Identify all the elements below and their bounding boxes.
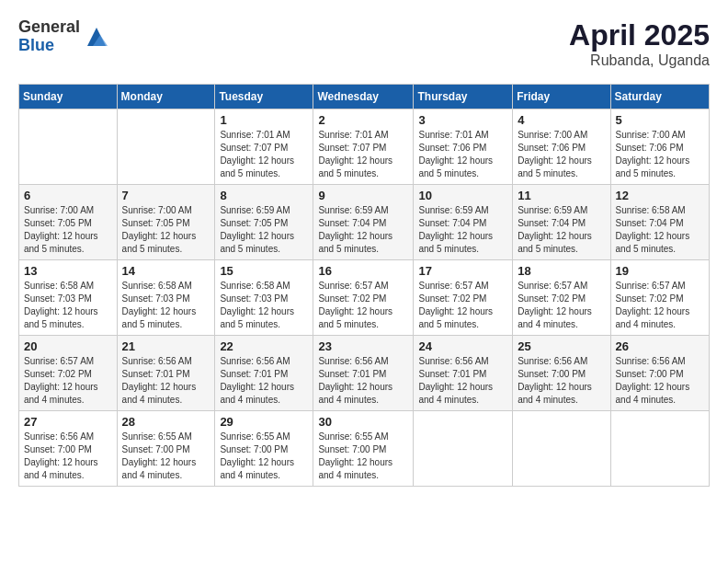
- day-info: Sunrise: 7:00 AM Sunset: 7:06 PM Dayligh…: [616, 129, 704, 180]
- day-info: Sunrise: 6:57 AM Sunset: 7:02 PM Dayligh…: [318, 280, 408, 331]
- day-info: Sunrise: 6:56 AM Sunset: 7:01 PM Dayligh…: [318, 355, 408, 407]
- calendar-cell: 29Sunrise: 6:55 AM Sunset: 7:00 PM Dayli…: [215, 411, 313, 487]
- title-block: April 2025 Rubanda, Uganda: [569, 18, 710, 69]
- calendar-cell: [19, 109, 118, 185]
- day-number: 15: [220, 264, 308, 278]
- day-info: Sunrise: 6:56 AM Sunset: 7:01 PM Dayligh…: [220, 355, 308, 407]
- day-info: Sunrise: 7:01 AM Sunset: 7:07 PM Dayligh…: [318, 129, 408, 180]
- day-info: Sunrise: 6:56 AM Sunset: 7:01 PM Dayligh…: [122, 355, 210, 407]
- calendar-cell: 14Sunrise: 6:58 AM Sunset: 7:03 PM Dayli…: [117, 260, 215, 336]
- day-number: 3: [418, 113, 507, 127]
- calendar-cell: 18Sunrise: 6:57 AM Sunset: 7:02 PM Dayli…: [513, 260, 610, 336]
- calendar-cell: 13Sunrise: 6:58 AM Sunset: 7:03 PM Dayli…: [19, 260, 118, 336]
- day-number: 23: [318, 339, 408, 353]
- calendar-cell: [414, 411, 513, 487]
- calendar-cell: 1Sunrise: 7:01 AM Sunset: 7:07 PM Daylig…: [215, 109, 313, 185]
- logo: General Blue: [18, 18, 109, 55]
- day-number: 5: [616, 113, 704, 127]
- day-info: Sunrise: 6:55 AM Sunset: 7:00 PM Dayligh…: [122, 431, 210, 482]
- day-info: Sunrise: 6:59 AM Sunset: 7:04 PM Dayligh…: [418, 204, 507, 256]
- day-info: Sunrise: 7:00 AM Sunset: 7:06 PM Dayligh…: [518, 129, 605, 180]
- day-info: Sunrise: 6:57 AM Sunset: 7:02 PM Dayligh…: [24, 355, 112, 407]
- day-info: Sunrise: 6:56 AM Sunset: 7:00 PM Dayligh…: [616, 355, 704, 407]
- day-info: Sunrise: 7:01 AM Sunset: 7:06 PM Dayligh…: [418, 129, 507, 180]
- calendar-cell: 16Sunrise: 6:57 AM Sunset: 7:02 PM Dayli…: [313, 260, 414, 336]
- day-number: 4: [518, 113, 605, 127]
- day-number: 22: [220, 339, 308, 353]
- day-number: 6: [24, 189, 112, 202]
- calendar-cell: 6Sunrise: 7:00 AM Sunset: 7:05 PM Daylig…: [19, 185, 118, 260]
- calendar-week-4: 20Sunrise: 6:57 AM Sunset: 7:02 PM Dayli…: [19, 336, 710, 411]
- calendar-header-sunday: Sunday: [19, 85, 118, 109]
- calendar-week-1: 1Sunrise: 7:01 AM Sunset: 7:07 PM Daylig…: [19, 109, 710, 185]
- day-number: 12: [616, 189, 704, 202]
- day-number: 29: [220, 415, 308, 429]
- calendar-header-friday: Friday: [513, 85, 610, 109]
- day-info: Sunrise: 6:56 AM Sunset: 7:00 PM Dayligh…: [24, 431, 112, 482]
- day-info: Sunrise: 6:58 AM Sunset: 7:03 PM Dayligh…: [220, 280, 308, 331]
- calendar-week-2: 6Sunrise: 7:00 AM Sunset: 7:05 PM Daylig…: [19, 185, 710, 260]
- logo-icon: [84, 24, 109, 50]
- day-number: 17: [418, 264, 507, 278]
- calendar-cell: 7Sunrise: 7:00 AM Sunset: 7:05 PM Daylig…: [117, 185, 215, 260]
- calendar-cell: 2Sunrise: 7:01 AM Sunset: 7:07 PM Daylig…: [313, 109, 414, 185]
- calendar-cell: 19Sunrise: 6:57 AM Sunset: 7:02 PM Dayli…: [610, 260, 709, 336]
- page-header: General Blue April 2025 Rubanda, Uganda: [18, 18, 710, 69]
- day-info: Sunrise: 6:56 AM Sunset: 7:00 PM Dayligh…: [518, 355, 605, 407]
- day-number: 18: [518, 264, 605, 278]
- day-number: 2: [318, 113, 408, 127]
- day-info: Sunrise: 6:57 AM Sunset: 7:02 PM Dayligh…: [418, 280, 507, 331]
- day-info: Sunrise: 7:00 AM Sunset: 7:05 PM Dayligh…: [24, 204, 112, 256]
- calendar-header-wednesday: Wednesday: [313, 85, 414, 109]
- day-info: Sunrise: 6:56 AM Sunset: 7:01 PM Dayligh…: [418, 355, 507, 407]
- day-number: 14: [122, 264, 210, 278]
- day-info: Sunrise: 6:57 AM Sunset: 7:02 PM Dayligh…: [616, 280, 704, 331]
- location: Rubanda, Uganda: [569, 52, 710, 69]
- calendar-cell: 21Sunrise: 6:56 AM Sunset: 7:01 PM Dayli…: [117, 336, 215, 411]
- calendar-cell: 17Sunrise: 6:57 AM Sunset: 7:02 PM Dayli…: [414, 260, 513, 336]
- calendar-cell: 26Sunrise: 6:56 AM Sunset: 7:00 PM Dayli…: [610, 336, 709, 411]
- logo-blue-text: Blue: [18, 37, 80, 55]
- day-info: Sunrise: 6:58 AM Sunset: 7:04 PM Dayligh…: [616, 204, 704, 256]
- calendar-cell: [610, 411, 709, 487]
- month-title: April 2025: [569, 18, 710, 52]
- calendar-table: SundayMondayTuesdayWednesdayThursdayFrid…: [18, 84, 710, 487]
- day-number: 9: [318, 189, 408, 202]
- day-number: 19: [616, 264, 704, 278]
- day-info: Sunrise: 6:59 AM Sunset: 7:04 PM Dayligh…: [518, 204, 605, 256]
- calendar-header-monday: Monday: [117, 85, 215, 109]
- calendar-cell: 5Sunrise: 7:00 AM Sunset: 7:06 PM Daylig…: [610, 109, 709, 185]
- calendar-cell: 3Sunrise: 7:01 AM Sunset: 7:06 PM Daylig…: [414, 109, 513, 185]
- calendar-week-3: 13Sunrise: 6:58 AM Sunset: 7:03 PM Dayli…: [19, 260, 710, 336]
- calendar-cell: 11Sunrise: 6:59 AM Sunset: 7:04 PM Dayli…: [513, 185, 610, 260]
- calendar-cell: [513, 411, 610, 487]
- calendar-cell: 9Sunrise: 6:59 AM Sunset: 7:04 PM Daylig…: [313, 185, 414, 260]
- day-info: Sunrise: 6:58 AM Sunset: 7:03 PM Dayligh…: [122, 280, 210, 331]
- calendar-cell: 22Sunrise: 6:56 AM Sunset: 7:01 PM Dayli…: [215, 336, 313, 411]
- day-number: 21: [122, 339, 210, 353]
- calendar-header-thursday: Thursday: [414, 85, 513, 109]
- day-number: 11: [518, 189, 605, 202]
- calendar-cell: 27Sunrise: 6:56 AM Sunset: 7:00 PM Dayli…: [19, 411, 118, 487]
- day-info: Sunrise: 6:59 AM Sunset: 7:05 PM Dayligh…: [220, 204, 308, 256]
- calendar-header-row: SundayMondayTuesdayWednesdayThursdayFrid…: [19, 85, 710, 109]
- calendar-cell: 30Sunrise: 6:55 AM Sunset: 7:00 PM Dayli…: [313, 411, 414, 487]
- calendar-cell: 23Sunrise: 6:56 AM Sunset: 7:01 PM Dayli…: [313, 336, 414, 411]
- day-number: 30: [318, 415, 408, 429]
- calendar-cell: 8Sunrise: 6:59 AM Sunset: 7:05 PM Daylig…: [215, 185, 313, 260]
- day-number: 27: [24, 415, 112, 429]
- day-number: 25: [518, 339, 605, 353]
- day-number: 26: [616, 339, 704, 353]
- day-number: 24: [418, 339, 507, 353]
- calendar-cell: [117, 109, 215, 185]
- day-number: 8: [220, 189, 308, 202]
- calendar-cell: 24Sunrise: 6:56 AM Sunset: 7:01 PM Dayli…: [414, 336, 513, 411]
- day-info: Sunrise: 7:00 AM Sunset: 7:05 PM Dayligh…: [122, 204, 210, 256]
- calendar-cell: 25Sunrise: 6:56 AM Sunset: 7:00 PM Dayli…: [513, 336, 610, 411]
- day-info: Sunrise: 6:59 AM Sunset: 7:04 PM Dayligh…: [318, 204, 408, 256]
- day-number: 1: [220, 113, 308, 127]
- logo-general-text: General: [18, 18, 80, 37]
- day-number: 20: [24, 339, 112, 353]
- calendar-cell: 10Sunrise: 6:59 AM Sunset: 7:04 PM Dayli…: [414, 185, 513, 260]
- calendar-cell: 20Sunrise: 6:57 AM Sunset: 7:02 PM Dayli…: [19, 336, 118, 411]
